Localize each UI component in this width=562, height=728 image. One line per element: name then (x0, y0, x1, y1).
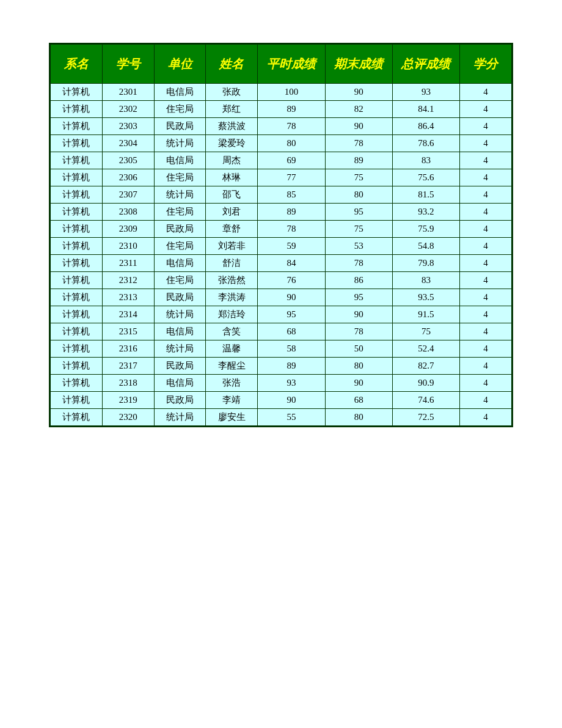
table-row: 计算机2311电信局舒洁847879.84 (51, 255, 512, 272)
cell-id: 2303 (102, 118, 154, 135)
grades-table: 系名 学号 单位 姓名 平时成绩 期末成绩 总评成绩 学分 计算机2301电信局… (50, 44, 512, 426)
cell-dept: 计算机 (51, 238, 103, 255)
cell-unit: 民政局 (154, 358, 206, 375)
cell-unit: 电信局 (154, 255, 206, 272)
cell-id: 2309 (102, 221, 154, 238)
cell-id: 2319 (102, 392, 154, 409)
cell-usual: 89 (258, 101, 325, 118)
cell-dept: 计算机 (51, 221, 103, 238)
grades-table-container: 系名 学号 单位 姓名 平时成绩 期末成绩 总评成绩 学分 计算机2301电信局… (49, 43, 513, 427)
cell-name: 刘若非 (206, 238, 258, 255)
cell-name: 邵飞 (206, 186, 258, 204)
cell-final: 78 (325, 255, 392, 272)
cell-dept: 计算机 (51, 152, 103, 169)
cell-total: 75.9 (392, 221, 459, 238)
table-row: 计算机2316统计局温馨585052.44 (51, 340, 512, 358)
cell-id: 2312 (102, 272, 154, 289)
table-row: 计算机2320统计局廖安生558072.54 (51, 409, 512, 426)
table-row: 计算机2313民政局李洪涛909593.54 (51, 289, 512, 306)
cell-usual: 58 (258, 340, 325, 358)
cell-id: 2313 (102, 289, 154, 306)
table-row: 计算机2312住宅局张浩然7686834 (51, 272, 512, 289)
table-row: 计算机2308住宅局刘君899593.24 (51, 204, 512, 221)
cell-name: 温馨 (206, 340, 258, 358)
cell-usual: 90 (258, 289, 325, 306)
cell-unit: 民政局 (154, 118, 206, 135)
cell-id: 2308 (102, 204, 154, 221)
cell-dept: 计算机 (51, 289, 103, 306)
cell-final: 86 (325, 272, 392, 289)
cell-usual: 77 (258, 169, 325, 186)
cell-id: 2305 (102, 152, 154, 169)
cell-unit: 统计局 (154, 186, 206, 204)
cell-credit: 4 (460, 375, 512, 392)
cell-dept: 计算机 (51, 135, 103, 152)
cell-unit: 住宅局 (154, 238, 206, 255)
cell-credit: 4 (460, 306, 512, 323)
cell-dept: 计算机 (51, 204, 103, 221)
cell-id: 2314 (102, 306, 154, 323)
cell-dept: 计算机 (51, 255, 103, 272)
cell-usual: 84 (258, 255, 325, 272)
cell-total: 52.4 (392, 340, 459, 358)
cell-unit: 电信局 (154, 152, 206, 169)
cell-usual: 89 (258, 204, 325, 221)
cell-id: 2315 (102, 323, 154, 340)
cell-id: 2311 (102, 255, 154, 272)
cell-final: 68 (325, 392, 392, 409)
cell-total: 93.5 (392, 289, 459, 306)
header-total: 总评成绩 (392, 45, 459, 84)
cell-credit: 4 (460, 118, 512, 135)
table-row: 计算机2318电信局张浩939090.94 (51, 375, 512, 392)
cell-credit: 4 (460, 238, 512, 255)
cell-name: 周杰 (206, 152, 258, 169)
header-dept: 系名 (51, 45, 103, 84)
cell-total: 54.8 (392, 238, 459, 255)
cell-id: 2306 (102, 169, 154, 186)
cell-final: 90 (325, 84, 392, 101)
table-row: 计算机2305电信局周杰6989834 (51, 152, 512, 169)
table-row: 计算机2309民政局章舒787575.94 (51, 221, 512, 238)
cell-name: 林琳 (206, 169, 258, 186)
table-row: 计算机2315电信局含笑6878754 (51, 323, 512, 340)
cell-id: 2310 (102, 238, 154, 255)
cell-unit: 住宅局 (154, 101, 206, 118)
cell-unit: 住宅局 (154, 272, 206, 289)
cell-credit: 4 (460, 340, 512, 358)
cell-credit: 4 (460, 289, 512, 306)
cell-total: 79.8 (392, 255, 459, 272)
cell-final: 90 (325, 118, 392, 135)
cell-name: 李靖 (206, 392, 258, 409)
cell-final: 53 (325, 238, 392, 255)
cell-final: 90 (325, 306, 392, 323)
header-row: 系名 学号 单位 姓名 平时成绩 期末成绩 总评成绩 学分 (51, 45, 512, 84)
cell-dept: 计算机 (51, 409, 103, 426)
cell-total: 83 (392, 272, 459, 289)
cell-unit: 住宅局 (154, 169, 206, 186)
cell-total: 86.4 (392, 118, 459, 135)
header-unit: 单位 (154, 45, 206, 84)
table-row: 计算机2306住宅局林琳777575.64 (51, 169, 512, 186)
cell-usual: 80 (258, 135, 325, 152)
cell-total: 78.6 (392, 135, 459, 152)
cell-unit: 统计局 (154, 340, 206, 358)
cell-id: 2301 (102, 84, 154, 101)
cell-total: 72.5 (392, 409, 459, 426)
cell-name: 张浩 (206, 375, 258, 392)
cell-id: 2318 (102, 375, 154, 392)
table-row: 计算机2310住宅局刘若非595354.84 (51, 238, 512, 255)
cell-total: 75.6 (392, 169, 459, 186)
cell-name: 张浩然 (206, 272, 258, 289)
cell-dept: 计算机 (51, 358, 103, 375)
cell-total: 83 (392, 152, 459, 169)
cell-dept: 计算机 (51, 375, 103, 392)
cell-credit: 4 (460, 135, 512, 152)
cell-final: 95 (325, 289, 392, 306)
cell-credit: 4 (460, 358, 512, 375)
cell-unit: 电信局 (154, 375, 206, 392)
cell-credit: 4 (460, 255, 512, 272)
cell-dept: 计算机 (51, 323, 103, 340)
cell-total: 82.7 (392, 358, 459, 375)
cell-credit: 4 (460, 186, 512, 204)
cell-total: 84.1 (392, 101, 459, 118)
